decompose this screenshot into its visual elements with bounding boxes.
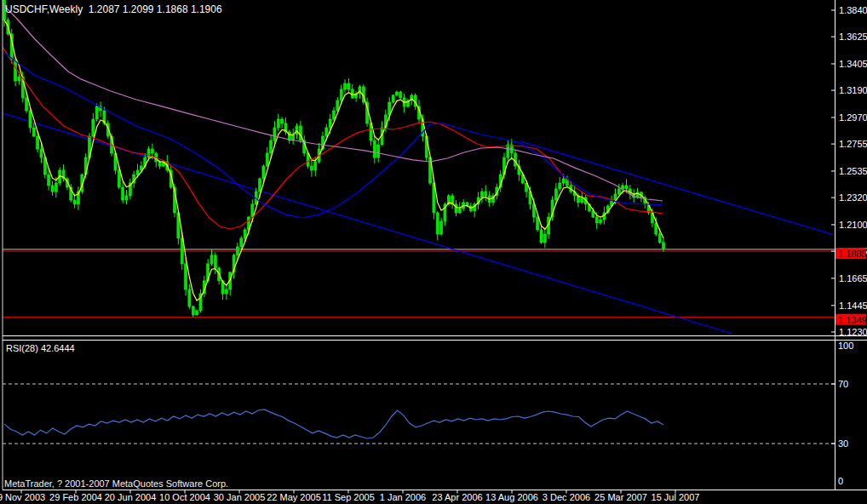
candle-body	[32, 128, 35, 136]
candle-body	[210, 255, 213, 264]
candle-body	[455, 204, 457, 213]
candle-body	[351, 89, 353, 98]
rsi-tick-label: 100	[838, 341, 853, 351]
candle-body	[244, 230, 246, 238]
price-tick-label: 1.3840	[839, 5, 867, 15]
candle-body	[277, 119, 279, 128]
candle-body	[55, 183, 57, 192]
candle-body	[299, 126, 301, 140]
candle-body	[125, 196, 128, 200]
candle-body	[281, 119, 284, 123]
candle-body	[122, 187, 124, 200]
price-tick-label: 1.2970	[839, 112, 867, 123]
date-label: 22 May 2005	[267, 492, 321, 502]
candle-body	[259, 179, 261, 192]
candle-body	[514, 153, 517, 166]
candle-body	[325, 128, 328, 136]
candle-body	[73, 200, 76, 204]
copyright-text: MetaTrader, ? 2001-2007 MetaQuotes Softw…	[4, 478, 228, 489]
candle-body	[663, 243, 665, 249]
candle-body	[196, 311, 198, 315]
date-label: 10 Oct 2004	[159, 492, 210, 502]
descending-trendline-short[interactable]	[520, 141, 837, 236]
rsi-line	[4, 410, 663, 438]
candle-body	[18, 77, 20, 81]
candle-body	[485, 192, 487, 196]
date-label: 20 Jun 2004	[105, 492, 157, 502]
candle-body	[181, 238, 183, 264]
candle-body	[540, 230, 543, 243]
candle-body	[344, 83, 347, 89]
candle-body	[225, 289, 227, 294]
candle-body	[392, 95, 394, 102]
candle-body	[333, 111, 336, 119]
candle-body	[395, 92, 398, 95]
rsi-tick-label: 70	[838, 379, 848, 389]
candle-body	[340, 89, 342, 100]
candle-body	[562, 179, 565, 183]
candle-body	[188, 289, 191, 306]
candle-body	[329, 119, 331, 128]
candle-body	[118, 170, 120, 187]
candle-body	[158, 162, 161, 166]
date-label: 23 Apr 2006	[432, 492, 482, 502]
candle-body	[136, 170, 139, 175]
rsi-axis: 10070300	[831, 341, 853, 486]
candle-body	[436, 213, 439, 234]
candle-body	[92, 119, 95, 136]
price-tick-label: 1.3405	[839, 59, 867, 69]
candle-body	[543, 234, 546, 243]
candle-body	[658, 234, 661, 243]
candle-body	[37, 136, 39, 149]
candle-body	[480, 192, 483, 198]
price-chart-canvas[interactable]: 1.38401.36251.34051.31901.29701.27551.25…	[0, 0, 867, 504]
rsi-pane	[3, 384, 835, 444]
price-tick-label: 1.2100	[839, 220, 867, 230]
date-label: 29 Feb 2004	[49, 492, 102, 502]
candle-body	[266, 153, 268, 166]
date-label: 9 Nov 2003	[0, 492, 45, 502]
candle-body	[214, 255, 216, 268]
candle-body	[347, 83, 350, 89]
candle-body	[373, 140, 376, 158]
candle-body	[29, 111, 32, 128]
ma-mid-red	[3, 47, 663, 229]
candle-body	[595, 217, 598, 223]
candle-body	[559, 183, 561, 189]
candle-body	[40, 149, 43, 158]
main-pane	[3, 0, 837, 334]
candle-body	[296, 126, 298, 135]
rsi-tick-label: 30	[838, 438, 848, 449]
candle-body	[236, 247, 238, 255]
candle-body	[336, 100, 339, 111]
price-tick-label: 1.2320	[839, 192, 867, 203]
candle-body	[617, 189, 620, 194]
chart-title: USDCHF,Weekly 1.2087 1.2099 1.1868 1.190…	[5, 3, 222, 15]
date-label: 3 Dec 2006	[543, 492, 590, 502]
candle-body	[48, 175, 50, 186]
ma-fast-yellow	[4, 20, 663, 301]
price-axis: 1.38401.36251.34051.31901.29701.27551.25…	[831, 5, 867, 337]
candle-body	[95, 106, 98, 119]
price-tick-label: 1.2755	[839, 139, 867, 149]
candle-body	[185, 264, 187, 289]
candle-body	[310, 166, 313, 170]
metatrader-chart-window: 1.38401.36251.34051.31901.29701.27551.25…	[0, 0, 867, 504]
candle-body	[537, 217, 539, 230]
candle-body	[554, 189, 557, 200]
candle-body	[192, 306, 194, 315]
candle-body	[314, 162, 317, 170]
candle-body	[51, 186, 54, 192]
date-label: 15 Jul 2007	[652, 492, 700, 502]
candle-body	[399, 92, 402, 98]
candle-body	[507, 145, 509, 158]
candle-body	[625, 186, 628, 189]
price-tick-label: 1.1665	[839, 273, 867, 284]
ma-slowest-purple	[3, 4, 663, 201]
rsi-tick-label: 0	[838, 476, 843, 486]
candle-body	[270, 140, 273, 153]
candle-body	[377, 145, 380, 158]
candle-body	[440, 221, 443, 234]
candle-body	[614, 194, 617, 200]
date-label: 30 Jan 2005	[214, 492, 266, 502]
